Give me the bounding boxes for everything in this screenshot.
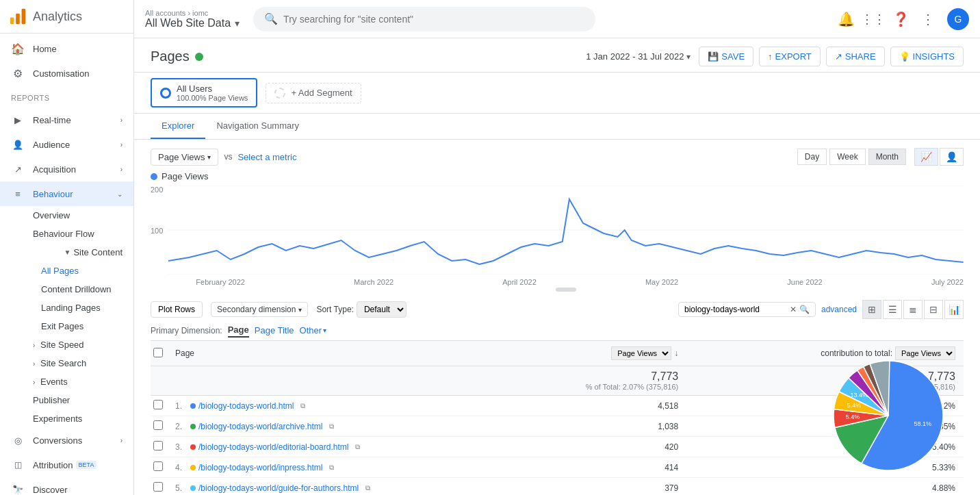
chart-right-controls: Day Week Month 📈 👤 — [797, 148, 964, 166]
sidebar-item-content-drilldown[interactable]: Content Drilldown — [0, 280, 133, 299]
select-all-header — [151, 341, 167, 366]
sidebar-item-discover[interactable]: 🔭 Discover — [0, 477, 133, 495]
user-avatar[interactable]: G — [947, 8, 969, 30]
row-checkbox[interactable] — [153, 461, 163, 471]
insights-button[interactable]: 💡 INSIGHTS — [890, 47, 964, 66]
table-search-box[interactable]: ✕ 🔍 — [678, 302, 816, 317]
tab-navigation-summary[interactable]: Navigation Summary — [205, 114, 310, 139]
main-content: All accounts › iomc All Web Site Data ▾ … — [134, 0, 980, 495]
row-checkbox[interactable] — [153, 482, 163, 492]
sidebar-item-exit-pages[interactable]: Exit Pages — [0, 317, 133, 335]
external-link-icon[interactable]: ⧉ — [355, 443, 360, 451]
chevron-right-icon: › — [33, 342, 35, 349]
compare-view-button[interactable]: ≣ — [903, 300, 923, 319]
row-checkbox[interactable] — [153, 441, 163, 450]
sidebar-item-behaviour[interactable]: ≡ Behaviour ⌄ — [0, 181, 133, 206]
external-link-icon[interactable]: ⧉ — [329, 464, 334, 472]
scroll-indicator[interactable] — [168, 288, 964, 292]
motion-chart-button[interactable]: 👤 — [940, 148, 964, 166]
page-url-link[interactable]: /biology-todays-world/guide-for-authors.… — [198, 483, 359, 493]
line-chart-button[interactable]: 📈 — [914, 148, 938, 166]
sidebar-item-landing-pages[interactable]: Landing Pages — [0, 299, 133, 317]
chart-view-button[interactable]: 📊 — [944, 300, 964, 319]
pivot-view-button[interactable]: ⊟ — [924, 300, 943, 319]
page-cell: 3. /biology-todays-world/editorial-board… — [167, 437, 489, 457]
secondary-dimension-selector[interactable]: Secondary dimension ▾ — [211, 302, 308, 317]
external-link-icon[interactable]: ⧉ — [329, 422, 334, 431]
export-button[interactable]: ↑ EXPORT — [759, 47, 821, 66]
sidebar-item-label: All Pages — [41, 266, 79, 276]
sidebar-item-publisher[interactable]: Publisher — [0, 391, 133, 409]
dim-btn-page[interactable]: Page — [228, 323, 249, 338]
page-views-metric-dropdown[interactable]: Page Views — [611, 346, 671, 360]
page-cell: 5. /biology-todays-world/guide-for-autho… — [167, 478, 489, 496]
time-btn-week[interactable]: Week — [829, 149, 865, 165]
table-search-input[interactable] — [684, 305, 787, 314]
chart-svg — [168, 186, 964, 275]
behaviour-icon: ≡ — [11, 187, 25, 201]
sidebar-item-label: Site Speed — [40, 340, 84, 350]
sidebar-item-behaviour-flow[interactable]: Behaviour Flow — [0, 225, 133, 243]
sort-type-dropdown[interactable]: Default — [357, 301, 407, 318]
metric-dropdown-button[interactable]: Page Views ▾ — [151, 149, 218, 166]
breadcrumb-all-accounts[interactable]: All accounts — [145, 9, 185, 17]
page-url-link[interactable]: /biology-todays-world/archive.html — [198, 422, 322, 431]
nav-main: 🏠 Home ⚙ Customisation — [0, 34, 133, 88]
select-metric-button[interactable]: Select a metric — [237, 152, 296, 162]
save-button[interactable]: 💾 SAVE — [699, 47, 753, 66]
share-button[interactable]: ↗ SHARE — [826, 47, 885, 66]
select-all-checkbox[interactable] — [153, 348, 163, 357]
chevron-down-icon: ▼ — [64, 249, 71, 256]
time-btn-day[interactable]: Day — [797, 149, 827, 165]
sidebar-item-site-speed[interactable]: › Site Speed — [0, 335, 133, 354]
chart-legend: Page Views — [151, 171, 964, 181]
sidebar-item-experiments[interactable]: Experiments — [0, 409, 133, 428]
page-url-link[interactable]: /biology-todays-world.html — [198, 401, 294, 411]
sidebar-item-site-search[interactable]: › Site Search — [0, 354, 133, 372]
help-icon[interactable]: ❓ — [892, 11, 909, 27]
page-url-link[interactable]: /biology-todays-world/editorial-board.ht… — [198, 442, 348, 452]
grid-view-button[interactable]: ⊞ — [862, 300, 881, 319]
row-checkbox[interactable] — [153, 420, 163, 430]
sidebar-item-conversions[interactable]: ◎ Conversions › — [0, 428, 133, 453]
plot-rows-button[interactable]: Plot Rows — [151, 301, 203, 318]
sidebar-item-site-content[interactable]: ▼ Site Content — [0, 243, 133, 262]
sidebar-item-all-pages[interactable]: All Pages — [0, 262, 133, 280]
page-column-header: Page — [167, 341, 489, 366]
sidebar-item-audience[interactable]: 👤 Audience › — [0, 132, 133, 157]
color-dot — [190, 465, 196, 470]
grid-icon[interactable]: ⋮⋮ — [865, 11, 881, 27]
more-options-icon[interactable]: ⋮ — [920, 11, 936, 27]
app-title: Analytics — [33, 10, 82, 24]
sidebar-item-overview[interactable]: Overview — [0, 206, 133, 225]
sidebar-item-home[interactable]: 🏠 Home — [0, 36, 133, 61]
dim-btn-page-title[interactable]: Page Title — [255, 324, 294, 337]
dim-btn-other[interactable]: Other ▾ — [300, 325, 327, 335]
sidebar-item-events[interactable]: › Events — [0, 372, 133, 391]
beta-badge: BETA — [76, 461, 97, 469]
clear-search-icon[interactable]: ✕ — [790, 305, 797, 314]
tab-explorer[interactable]: Explorer — [151, 114, 205, 139]
page-url-link[interactable]: /biology-todays-world/inpress.html — [198, 463, 322, 472]
external-link-icon[interactable]: ⧉ — [365, 484, 370, 492]
advanced-button[interactable]: advanced — [821, 305, 857, 314]
pages-header: Pages 1 Jan 2022 - 31 Jul 2022 ▾ 💾 SAVE … — [134, 38, 980, 73]
sidebar-item-customisation[interactable]: ⚙ Customisation — [0, 61, 133, 86]
sidebar-item-realtime[interactable]: ▶ Real-time › — [0, 107, 133, 132]
add-segment-button[interactable]: + Add Segment — [266, 83, 361, 103]
notifications-icon[interactable]: 🔔 — [838, 11, 854, 27]
account-title[interactable]: All Web Site Data ▾ — [145, 17, 240, 29]
time-btn-month[interactable]: Month — [868, 149, 906, 165]
search-input[interactable] — [283, 14, 584, 25]
list-view-button[interactable]: ☰ — [883, 300, 902, 319]
search-bar[interactable]: 🔍 — [253, 7, 595, 31]
breadcrumb-account[interactable]: iomc — [192, 9, 208, 17]
sidebar-item-acquisition[interactable]: ↗ Acquisition › — [0, 157, 133, 181]
sidebar-item-attribution[interactable]: ◫ Attribution BETA — [0, 453, 133, 477]
row-checkbox[interactable] — [153, 400, 163, 409]
pie-label: 58.1% — [914, 420, 932, 427]
reports-section-label: REPORTS — [0, 88, 133, 105]
sidebar-item-label: Content Drilldown — [41, 284, 112, 294]
external-link-icon[interactable]: ⧉ — [300, 402, 305, 410]
segment-chip-all-users[interactable]: All Users 100.00% Page Views — [151, 78, 257, 107]
